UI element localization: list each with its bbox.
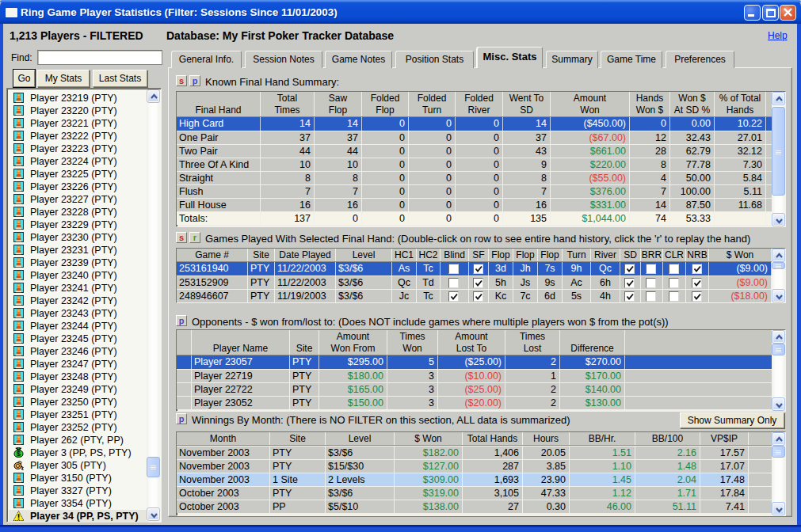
svg-text:$: $ (17, 449, 21, 458)
